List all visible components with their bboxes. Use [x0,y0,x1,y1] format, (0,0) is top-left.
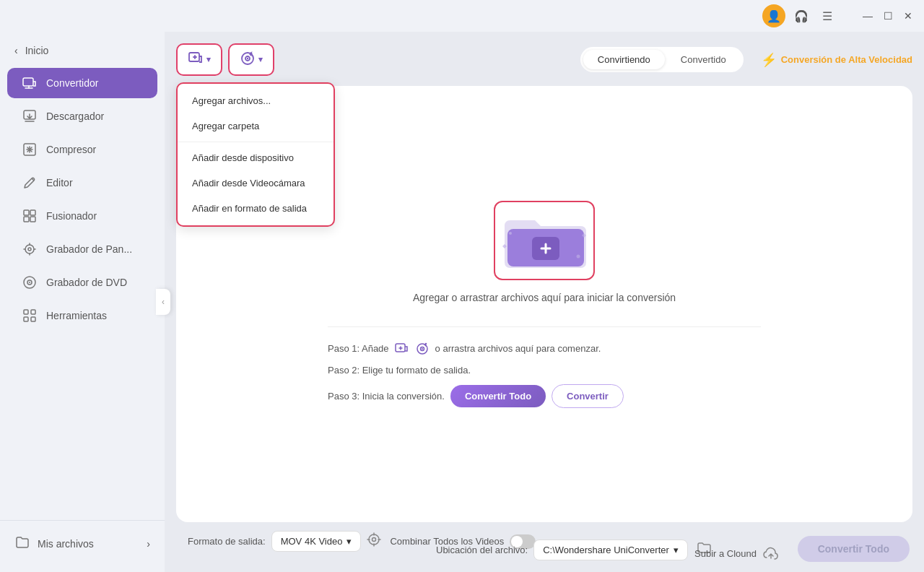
path-value: C:\Wondershare UniConverter [543,545,669,555]
svg-point-11 [29,282,30,283]
svg-rect-13 [31,310,35,314]
svg-point-30 [369,534,379,545]
sidebar-item-label: Compresor [46,144,96,155]
step2-row: Paso 2: Elige tu formato de salida. [328,365,761,376]
svg-rect-6 [30,217,35,222]
svg-point-24 [576,254,580,258]
path-field: Ubicación del archivo: C:\Wondershare Un… [436,540,711,560]
sidebar-item-label: Fusionador [46,210,97,222]
app-body: ‹ Inicio Convertidor [0,32,924,572]
upload-field: Subir a Clound [694,546,780,560]
svg-point-8 [28,248,31,251]
lightning-icon: ⚡ [761,52,777,68]
convert-all-small-btn[interactable]: Convertir Todo [450,385,546,407]
svg-point-28 [422,348,423,350]
sidebar-back-label: Inicio [25,45,49,56]
convert-small-btn[interactable]: Convertir [552,384,624,408]
sidebar-item-label: Grabador de Pan... [46,243,132,255]
dropdown-item-anadir-formato[interactable]: Añadir en formato de salida [178,196,334,221]
steps-section: Paso 1: Añade [328,326,761,408]
step2-text: Paso 2: Elige tu formato de salida. [328,365,471,376]
step1-icon-file [395,342,409,356]
sidebar-item-editor[interactable]: Editor [7,168,157,198]
dropdown-divider [178,142,334,142]
svg-rect-4 [30,210,35,215]
dropzone-text: Agregar o arrastrar archivos aquí para i… [413,292,676,303]
user-avatar[interactable]: 👤 [762,4,785,27]
step1-prefix: Paso 1: Añade [328,343,389,354]
convertidor-icon [22,75,38,91]
add-dvd-icon [240,51,256,69]
path-chevron: ▾ [674,545,679,555]
sidebar-item-label: Descargador [46,110,104,122]
svg-point-7 [25,245,34,254]
step1-icon-dvd [415,342,430,356]
high-speed-btn[interactable]: ⚡ Conversión de Alta Velocidad [761,52,912,68]
sidebar-item-fusionador[interactable]: Fusionador [7,201,157,231]
svg-point-29 [424,342,426,344]
sidebar-item-grabador-pan[interactable]: Grabador de Pan... [7,234,157,264]
grabador-dvd-icon [22,274,38,290]
format-value: MOV 4K Video [281,536,343,547]
add-file-chevron: ▾ [206,55,211,64]
format-select[interactable]: MOV 4K Video ▾ [271,531,362,552]
sidebar: ‹ Inicio Convertidor [0,32,165,572]
add-dvd-chevron: ▾ [258,55,263,64]
folder-drop-icon[interactable] [494,201,595,280]
sidebar-collapse-btn[interactable]: ‹ [156,289,170,315]
titlebar: 👤 🎧 ☰ — ☐ ✕ [0,0,924,32]
sidebar-item-grabador-dvd[interactable]: Grabador de DVD [7,267,157,298]
main-content: ▾ Agregar archivos... Agregar carpeta Añ… [165,32,924,572]
descargador-icon [22,108,38,124]
sidebar-item-compresor[interactable]: Compresor [7,134,157,165]
svg-point-19 [247,58,248,59]
cloud-icon[interactable] [762,546,780,560]
step1-suffix: o arrastra archivos aquí para comenzar. [435,343,601,354]
headset-button[interactable]: 🎧 [791,6,811,26]
mis-archivos-label: Mis archivos [38,538,94,550]
grabador-pan-icon [22,241,38,257]
svg-rect-15 [31,317,35,321]
herramientas-icon [22,308,38,324]
minimize-button[interactable]: — [860,9,875,23]
sidebar-back-btn[interactable]: ‹ Inicio [0,38,165,64]
tab-convertido[interactable]: Convertido [666,50,741,69]
mis-archivos-icon [14,535,29,552]
folder-svg [497,204,591,277]
format-label: Formato de salida: [188,536,266,547]
menu-button[interactable]: ☰ [817,6,837,26]
step3-row: Paso 3: Inicia la conversión. Convertir … [328,384,761,408]
dropdown-item-agregar-archivos[interactable]: Agregar archivos... [178,88,334,113]
tab-group: Convirtiendo Convertido [580,47,744,72]
dropdown-item-anadir-dispositivo[interactable]: Añadir desde dispositivo [178,145,334,170]
svg-rect-0 [23,78,33,86]
mis-archivos-btn[interactable]: Mis archivos › [0,528,165,559]
sidebar-item-herramientas[interactable]: Herramientas [7,300,157,331]
sidebar-item-label: Grabador de DVD [46,277,127,288]
toolbar: ▾ Agregar archivos... Agregar carpeta Añ… [176,43,912,76]
add-file-icon [188,51,204,69]
step3-prefix: Paso 3: Inicia la conversión. [328,391,445,402]
sidebar-item-convertidor[interactable]: Convertidor [7,68,157,98]
format-field: Formato de salida: MOV 4K Video ▾ [188,531,381,552]
add-dvd-button[interactable]: ▾ [228,43,274,76]
editor-icon [22,175,38,191]
sidebar-bottom: Mis archivos › [0,520,165,566]
settings-icon[interactable] [367,532,381,550]
convert-all-big-btn[interactable]: Convertir Todo [798,536,910,562]
add-file-button[interactable]: ▾ [176,43,222,76]
close-button[interactable]: ✕ [901,9,915,23]
maximize-button[interactable]: ☐ [881,9,895,23]
svg-rect-5 [24,217,29,222]
sidebar-item-descargador[interactable]: Descargador [7,101,157,131]
svg-rect-3 [24,210,29,215]
path-select[interactable]: C:\Wondershare UniConverter ▾ [533,540,688,560]
tab-convirtiendo[interactable]: Convirtiendo [583,50,665,69]
mis-archivos-arrow: › [147,538,150,550]
dropdown-item-agregar-carpeta[interactable]: Agregar carpeta [178,113,334,139]
sidebar-item-label: Editor [46,177,73,188]
sidebar-item-label: Convertidor [46,77,98,89]
back-arrow-icon: ‹ [14,45,18,56]
svg-rect-14 [24,317,28,321]
dropdown-item-anadir-videocamara[interactable]: Añadir desde Videocámara [178,170,334,196]
